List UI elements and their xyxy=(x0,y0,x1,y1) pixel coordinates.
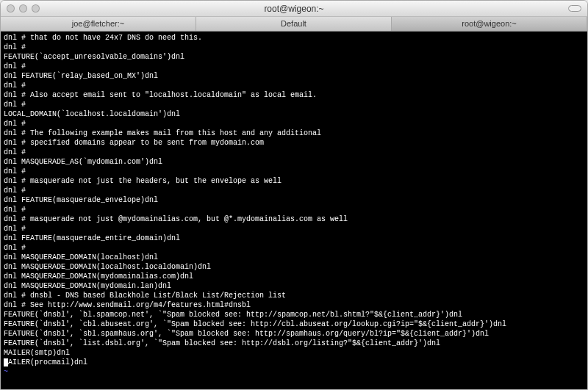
terminal-line: dnl MASQUERADE_DOMAIN(mydomainalias.com)… xyxy=(4,272,584,281)
close-icon[interactable] xyxy=(7,4,15,12)
terminal-line: dnl # xyxy=(4,167,584,176)
terminal-line: FEATURE(`accept_unresolvable_domains')dn… xyxy=(4,52,584,62)
terminal-line: dnl # The following example makes mail f… xyxy=(4,129,584,138)
terminal-line: dnl # xyxy=(4,43,584,52)
terminal-line: dnl MASQUERADE_DOMAIN(localhost.localdom… xyxy=(4,262,584,272)
terminal-line: dnl FEATURE(`relay_based_on_MX')dnl xyxy=(4,71,584,81)
terminal-window: root@wigeon:~ joe@fletcher:~ Default roo… xyxy=(0,0,588,390)
window-title: root@wigeon:~ xyxy=(1,4,587,14)
traffic-lights xyxy=(1,4,40,12)
terminal-line: FEATURE(`dnsbl', `bl.spamcop.net', `"Spa… xyxy=(4,310,584,319)
terminal-line: dnl FEATURE(masquerade_entire_domain)dnl xyxy=(4,234,584,243)
terminal-line: dnl # See http://www.sendmail.org/m4/fea… xyxy=(4,300,584,310)
terminal-line: dnl # xyxy=(4,205,584,214)
terminal-content[interactable]: dnl # that do not have 24x7 DNS do need … xyxy=(1,32,587,389)
terminal-line: dnl # xyxy=(4,148,584,157)
terminal-line: dnl # that do not have 24x7 DNS do need … xyxy=(4,33,584,43)
terminal-line: FEATURE(`dnsbl', `cbl.abuseat.org', `"Sp… xyxy=(4,319,584,329)
terminal-line: dnl # dnsbl - DNS based Blackhole List/B… xyxy=(4,291,584,300)
tab-root-wigeon[interactable]: root@wigeon:~ xyxy=(392,17,587,31)
terminal-line: FEATURE(`dnsbl', `list.dsbl.org', `"Spam… xyxy=(4,339,584,348)
terminal-line: FEATURE(`dnsbl', `sbl.spamhaus.org', `"S… xyxy=(4,329,584,339)
terminal-line: LOCAL_DOMAIN(`localhost.localdomain')dnl xyxy=(4,109,584,119)
terminal-line: dnl # xyxy=(4,224,584,234)
terminal-line: dnl # Also accept email sent to "localho… xyxy=(4,90,584,100)
terminal-line-text: AILER(procmail)dnl xyxy=(8,358,87,366)
terminal-line: dnl MASQUERADE_DOMAIN(mydomain.lan)dnl xyxy=(4,281,584,291)
terminal-line: dnl # masquerade not just @mydomainalias… xyxy=(4,214,584,224)
terminal-line: dnl # masquerade not just the headers, b… xyxy=(4,176,584,186)
terminal-line: dnl # xyxy=(4,186,584,195)
terminal-line: dnl # xyxy=(4,81,584,90)
tab-default[interactable]: Default xyxy=(196,17,392,31)
terminal-line: dnl # xyxy=(4,119,584,129)
toolbar-pill-icon[interactable] xyxy=(568,5,581,12)
terminal-line: dnl MASQUERADE_AS(`mydomain.com')dnl xyxy=(4,157,584,167)
terminal-line: dnl FEATURE(masquerade_envelope)dnl xyxy=(4,195,584,205)
terminal-line: dnl # xyxy=(4,100,584,109)
tab-joe-fletcher[interactable]: joe@fletcher:~ xyxy=(1,17,196,31)
terminal-line: dnl # specified domains appear to be sen… xyxy=(4,138,584,148)
terminal-line: dnl # xyxy=(4,62,584,71)
titlebar[interactable]: root@wigeon:~ xyxy=(1,1,587,17)
terminal-line: dnl MASQUERADE_DOMAIN(localhost)dnl xyxy=(4,253,584,262)
terminal-line: dnl # xyxy=(4,243,584,253)
vi-tilde-line: ~ xyxy=(4,367,584,377)
tab-bar: joe@fletcher:~ Default root@wigeon:~ xyxy=(1,17,587,32)
terminal-cursor-line: AILER(procmail)dnl xyxy=(4,358,584,367)
zoom-icon[interactable] xyxy=(32,4,40,12)
terminal-line: MAILER(smtp)dnl xyxy=(4,348,584,358)
minimize-icon[interactable] xyxy=(19,4,27,12)
